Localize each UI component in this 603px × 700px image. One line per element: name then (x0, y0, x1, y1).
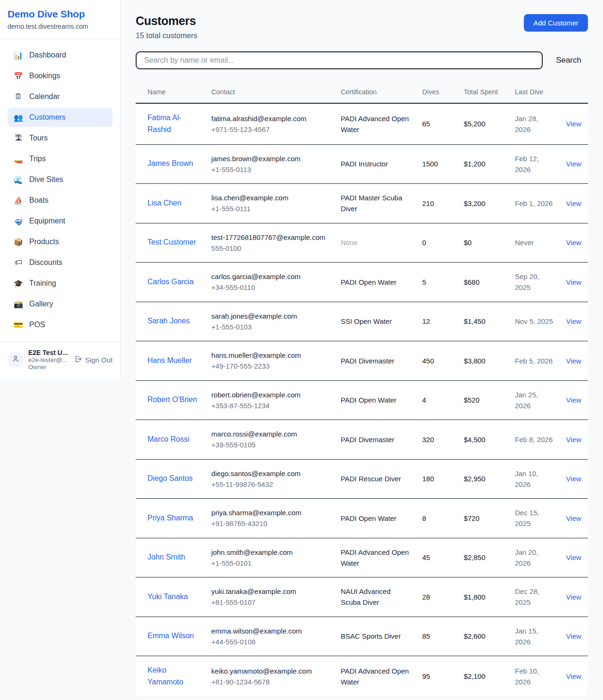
sidebar-item-customers[interactable]: 👥Customers (8, 108, 113, 127)
diving-mask-icon: 🤿 (13, 217, 24, 226)
customer-dives: 12 (416, 302, 458, 341)
table-row: Marco Rossimarco.rossi@example.com+39-55… (136, 420, 588, 460)
customer-dives: 320 (416, 420, 458, 460)
customer-contact: emma.wilson@example.com+44-555-0108 (206, 617, 335, 656)
customer-phone: +39-555-0105 (212, 439, 330, 450)
customer-name-link[interactable]: Sarah Jones (136, 302, 206, 341)
view-customer-link[interactable]: View (561, 499, 588, 538)
view-customer-link[interactable]: View (561, 144, 588, 184)
customer-certification: PADI Advanced Open Water (335, 538, 416, 577)
sign-out-button[interactable]: Sign Out (74, 355, 113, 364)
table-row: Keiko Yamamotokeiko.yamamoto@example.com… (136, 656, 588, 697)
column-header-dives: Dives (416, 82, 458, 103)
customer-name-link[interactable]: Diego Santos (136, 459, 206, 499)
sidebar-item-equipment[interactable]: 🤿Equipment (8, 212, 113, 231)
customer-last-dive: Feb 8, 2026 (509, 420, 561, 460)
add-customer-button[interactable]: Add Customer (524, 14, 588, 32)
user-section: E2E Test U... e2e-tester@... Owner Sign … (0, 342, 120, 377)
customer-name-link[interactable]: Robert O'Brien (136, 380, 206, 420)
customer-dives: 5 (416, 263, 458, 302)
view-customer-link[interactable]: View (561, 263, 588, 302)
customer-total-spent: $1,450 (458, 302, 509, 341)
view-customer-link[interactable]: View (561, 617, 588, 656)
sidebar-item-boats[interactable]: ⛵Boats (8, 191, 113, 210)
sidebar-nav: 📊Dashboard📅Bookings🗓Calendar👥Customers🏝T… (0, 39, 120, 342)
view-customer-link[interactable]: View (561, 302, 588, 341)
customer-name-link[interactable]: Keiko Yamamoto (136, 656, 206, 697)
customer-name-link[interactable]: Emma Wilson (136, 617, 206, 656)
customer-name-link[interactable]: Yuki Tanaka (136, 577, 206, 617)
credit-card-icon: 💳 (13, 321, 24, 329)
table-row: Emma Wilsonemma.wilson@example.com+44-55… (136, 617, 588, 656)
shop-domain: demo.test.divestreams.com (8, 23, 113, 30)
search-input[interactable] (136, 51, 543, 69)
view-customer-link[interactable]: View (561, 656, 588, 697)
customer-dives: 1500 (416, 144, 458, 184)
customer-name-link[interactable]: Hans Mueller (136, 341, 206, 381)
customer-last-dive: Jan 28, 2026 (509, 103, 561, 144)
customer-phone: +49-170-555-2233 (212, 361, 330, 371)
customer-last-dive: Jan 25, 2026 (509, 380, 561, 420)
sidebar-item-bookings[interactable]: 📅Bookings (8, 66, 113, 85)
customer-certification: None (335, 223, 416, 263)
customer-name-link[interactable]: Fatima Al-Rashid (136, 103, 206, 144)
sidebar-item-label: Calendar (29, 92, 60, 101)
view-customer-link[interactable]: View (561, 103, 588, 144)
customer-name-link[interactable]: Lisa Chen (136, 184, 206, 223)
people-icon: 👥 (13, 113, 24, 122)
sidebar-item-training[interactable]: 🎓Training (8, 274, 113, 293)
customer-last-dive: Nov 5, 2025 (509, 302, 561, 341)
view-customer-link[interactable]: View (561, 459, 588, 499)
customer-phone: +1-555-0111 (212, 203, 330, 214)
sidebar-item-pos[interactable]: 💳POS (8, 315, 113, 334)
sidebar-item-dashboard[interactable]: 📊Dashboard (8, 46, 113, 65)
customer-contact: fatima.alrashid@example.com+971-55-123-4… (206, 103, 335, 144)
view-customer-link[interactable]: View (561, 380, 588, 420)
view-customer-link[interactable]: View (561, 223, 588, 263)
sidebar-item-label: Equipment (29, 217, 65, 225)
sidebar-item-products[interactable]: 📦Products (8, 232, 113, 251)
customer-name-link[interactable]: Test Customer (136, 223, 206, 263)
customer-total-spent: $3,200 (458, 184, 509, 223)
spiral-calendar-icon: 🗓 (13, 92, 24, 101)
search-button[interactable]: Search (556, 56, 581, 65)
customer-certification: NAUI Advanced Scuba Diver (335, 577, 416, 617)
sidebar: Demo Dive Shop demo.test.divestreams.com… (0, 0, 121, 377)
sidebar-item-tours[interactable]: 🏝Tours (8, 129, 113, 148)
customer-name-link[interactable]: Priya Sharma (136, 499, 206, 538)
customer-name-link[interactable]: John Smith (136, 538, 206, 577)
customer-dives: 450 (416, 341, 458, 381)
search-row: Search (136, 51, 588, 69)
view-customer-link[interactable]: View (561, 538, 588, 577)
sidebar-item-discounts[interactable]: 🏷Discounts (8, 253, 113, 272)
customer-dives: 4 (416, 380, 458, 420)
customer-phone: +1-555-0103 (212, 321, 330, 332)
customer-dives: 180 (416, 459, 458, 499)
table-row: Test Customertest-1772681807767@example.… (136, 223, 588, 263)
sailboat-icon: ⛵ (13, 196, 24, 205)
sidebar-item-dive-sites[interactable]: 🌊Dive Sites (8, 170, 113, 189)
column-header-total-spent: Total Spent (458, 82, 509, 103)
table-row: John Smithjohn.smith@example.com+1-555-0… (136, 538, 588, 577)
customer-dives: 65 (416, 103, 458, 144)
customer-total-spent: $520 (458, 380, 509, 420)
customer-contact: carlos.garcia@example.com+34-555-0110 (206, 263, 335, 302)
customer-phone: +971-55-123-4567 (212, 124, 330, 135)
sidebar-item-label: Tours (29, 134, 48, 142)
customer-name-link[interactable]: Carlos Garcia (136, 263, 206, 302)
customer-name-link[interactable]: Marco Rossi (136, 420, 206, 460)
sidebar-item-trips[interactable]: 🚤Trips (8, 149, 113, 168)
sidebar-item-calendar[interactable]: 🗓Calendar (8, 87, 113, 106)
avatar (8, 352, 24, 368)
view-customer-link[interactable]: View (561, 577, 588, 617)
customer-name-link[interactable]: James Brown (136, 144, 206, 184)
column-header-last-dive: Last Dive (509, 82, 561, 103)
bar-chart-icon: 📊 (13, 51, 24, 60)
sidebar-item-gallery[interactable]: 📸Gallery (8, 295, 113, 313)
view-customer-link[interactable]: View (561, 184, 588, 223)
view-customer-link[interactable]: View (561, 420, 588, 460)
customer-dives: 28 (416, 577, 458, 617)
customer-contact: robert.obrien@example.com+353-87-555-123… (206, 380, 335, 420)
view-customer-link[interactable]: View (561, 341, 588, 381)
customer-contact: john.smith@example.com+1-555-0101 (206, 538, 335, 577)
